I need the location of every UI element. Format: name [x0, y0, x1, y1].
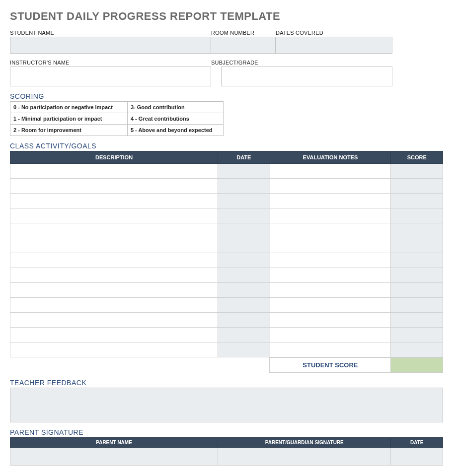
room-number-label: ROOM NUMBER: [211, 30, 276, 36]
table-row: [10, 328, 443, 342]
description-cell[interactable]: [10, 164, 218, 179]
description-cell[interactable]: [10, 328, 218, 342]
table-row: [10, 313, 443, 328]
description-cell[interactable]: [10, 342, 218, 357]
evaluation-cell[interactable]: [270, 298, 391, 313]
sig-col-date: DATE: [391, 438, 443, 448]
parent-name-field[interactable]: [10, 448, 218, 466]
evaluation-cell[interactable]: [270, 328, 391, 342]
page-title: STUDENT DAILY PROGRESS REPORT TEMPLATE: [10, 10, 443, 23]
score-cell[interactable]: [391, 208, 443, 223]
evaluation-cell[interactable]: [270, 194, 391, 208]
scoring-table: 0 - No participation or negative impact …: [10, 101, 224, 136]
evaluation-cell[interactable]: [270, 179, 391, 194]
subject-field[interactable]: [221, 67, 392, 86]
evaluation-cell[interactable]: [270, 313, 391, 328]
score-cell[interactable]: [391, 283, 443, 298]
score-cell[interactable]: [391, 342, 443, 357]
description-cell[interactable]: [10, 298, 218, 313]
date-cell[interactable]: [218, 328, 270, 342]
signature-date-field[interactable]: [391, 448, 443, 466]
activity-table: DESCRIPTION DATE EVALUATION NOTES SCORE: [10, 151, 443, 357]
score-cell[interactable]: [391, 268, 443, 283]
date-cell[interactable]: [218, 268, 270, 283]
evaluation-cell[interactable]: [270, 268, 391, 283]
table-row: [10, 342, 443, 357]
date-cell[interactable]: [218, 208, 270, 223]
table-row: [10, 283, 443, 298]
date-cell[interactable]: [218, 283, 270, 298]
description-cell[interactable]: [10, 268, 218, 283]
scoring-cell: 1 - Minimal participation or impact: [10, 113, 128, 125]
dates-covered-label: DATES COVERED: [276, 30, 443, 36]
scoring-heading: SCORING: [10, 92, 443, 100]
activity-heading: CLASS ACTIVITY/GOALS: [10, 142, 443, 150]
scoring-cell: 0 - No participation or negative impact: [10, 102, 128, 113]
dates-covered-field[interactable]: [276, 37, 392, 54]
scoring-cell: 5 - Above and beyond expected: [127, 125, 223, 136]
description-cell[interactable]: [10, 223, 218, 238]
table-row: [10, 238, 443, 253]
description-cell[interactable]: [10, 179, 218, 194]
student-name-label: STUDENT NAME: [10, 30, 211, 36]
date-cell[interactable]: [218, 253, 270, 268]
evaluation-cell[interactable]: [270, 238, 391, 253]
col-date: DATE: [218, 151, 270, 164]
signature-table: PARENT NAME PARENT/GUARDIAN SIGNATURE DA…: [10, 437, 443, 466]
feedback-heading: TEACHER FEEDBACK: [10, 379, 443, 387]
date-cell[interactable]: [218, 342, 270, 357]
table-row: [10, 223, 443, 238]
teacher-feedback-field[interactable]: [10, 388, 443, 422]
date-cell[interactable]: [218, 179, 270, 194]
table-row: [10, 179, 443, 194]
table-row: [10, 164, 443, 179]
score-cell[interactable]: [391, 164, 443, 179]
sig-col-sig: PARENT/GUARDIAN SIGNATURE: [218, 438, 391, 448]
score-cell[interactable]: [391, 223, 443, 238]
scoring-cell: 4 - Great contributions: [127, 113, 223, 125]
sig-col-name: PARENT NAME: [10, 438, 218, 448]
room-number-field[interactable]: [211, 37, 276, 54]
col-score: SCORE: [391, 151, 443, 164]
score-cell[interactable]: [391, 194, 443, 208]
col-description: DESCRIPTION: [10, 151, 218, 164]
date-cell[interactable]: [218, 298, 270, 313]
scoring-cell: 2 - Room for improvement: [10, 125, 128, 136]
instructor-label: INSTRUCTOR'S NAME: [10, 60, 211, 66]
instructor-field[interactable]: [10, 67, 211, 86]
evaluation-cell[interactable]: [270, 342, 391, 357]
score-cell[interactable]: [391, 313, 443, 328]
description-cell[interactable]: [10, 194, 218, 208]
student-score-value: [391, 358, 443, 373]
description-cell[interactable]: [10, 283, 218, 298]
signature-heading: PARENT SIGNATURE: [10, 428, 443, 436]
description-cell[interactable]: [10, 208, 218, 223]
date-cell[interactable]: [218, 313, 270, 328]
description-cell[interactable]: [10, 238, 218, 253]
scoring-cell: 3- Good contribution: [127, 102, 223, 113]
student-score-label: STUDENT SCORE: [270, 358, 391, 373]
evaluation-cell[interactable]: [270, 208, 391, 223]
score-cell[interactable]: [391, 298, 443, 313]
table-row: [10, 298, 443, 313]
date-cell[interactable]: [218, 164, 270, 179]
score-cell[interactable]: [391, 328, 443, 342]
date-cell[interactable]: [218, 194, 270, 208]
table-row: [10, 194, 443, 208]
table-row: [10, 208, 443, 223]
evaluation-cell[interactable]: [270, 223, 391, 238]
description-cell[interactable]: [10, 253, 218, 268]
evaluation-cell[interactable]: [270, 253, 391, 268]
parent-signature-field[interactable]: [218, 448, 391, 466]
evaluation-cell[interactable]: [270, 283, 391, 298]
score-cell[interactable]: [391, 253, 443, 268]
date-cell[interactable]: [218, 238, 270, 253]
date-cell[interactable]: [218, 223, 270, 238]
table-row: [10, 268, 443, 283]
subject-label: SUBJECT/GRADE: [211, 60, 443, 66]
student-name-field[interactable]: [10, 37, 211, 54]
evaluation-cell[interactable]: [270, 164, 391, 179]
score-cell[interactable]: [391, 179, 443, 194]
score-cell[interactable]: [391, 238, 443, 253]
description-cell[interactable]: [10, 313, 218, 328]
